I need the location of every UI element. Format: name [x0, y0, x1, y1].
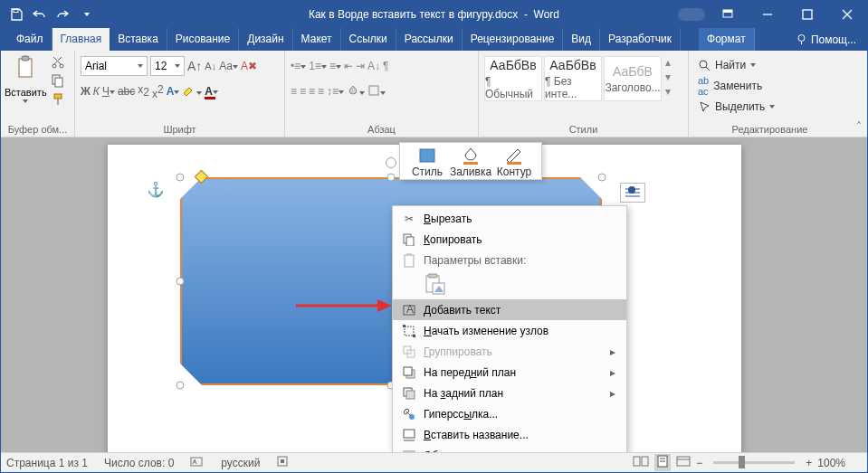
styles-down-icon[interactable]: ▾ [665, 71, 671, 83]
outdent-icon[interactable]: ⇤ [344, 60, 353, 72]
shading-icon[interactable] [347, 84, 365, 99]
align-left-icon[interactable]: ≡ [291, 85, 297, 98]
menu-caption[interactable]: Вставить название... [393, 424, 626, 445]
italic-icon[interactable]: К [93, 85, 100, 98]
text-effects-icon[interactable]: A [167, 85, 180, 98]
format-painter-icon[interactable] [51, 92, 65, 109]
tab-format[interactable]: Формат [699, 28, 755, 51]
tab-mailings[interactable]: Рассылки [396, 28, 463, 51]
tab-insert[interactable]: Вставка [110, 28, 167, 51]
superscript-icon[interactable]: x2 [152, 83, 164, 100]
account-pill[interactable] [668, 1, 708, 28]
status-macro-icon[interactable] [276, 455, 289, 470]
underline-icon[interactable]: Ч [102, 85, 115, 98]
close-icon[interactable] [827, 1, 867, 28]
resize-handle-sw[interactable] [176, 382, 185, 390]
status-language[interactable]: русский [221, 457, 260, 469]
edit-points-icon [398, 325, 420, 337]
highlight-icon[interactable] [182, 84, 202, 99]
subscript-icon[interactable]: x2 [138, 83, 149, 99]
view-print-icon[interactable] [654, 454, 671, 471]
bullets-icon[interactable]: •≡ [291, 60, 306, 72]
menu-cut[interactable]: ✂ВВырезатьырезать [393, 208, 626, 229]
style-nospacing[interactable]: АаБбВв¶ Без инте... [544, 56, 602, 101]
style-heading1[interactable]: АаБбВЗаголово... [604, 56, 662, 101]
menu-edit-points[interactable]: Начать изменение узлов [393, 320, 626, 341]
styles-more-icon[interactable]: ▾ [665, 85, 671, 98]
status-spellcheck-icon[interactable] [190, 455, 205, 470]
save-icon[interactable] [5, 3, 28, 26]
paste-button[interactable] [9, 52, 42, 85]
tab-layout[interactable]: Макет [293, 28, 341, 51]
tell-me[interactable]: Помощ... [785, 28, 867, 51]
indent-icon[interactable]: ⇥ [356, 60, 365, 72]
resize-handle-ne[interactable] [598, 174, 606, 182]
strike-icon[interactable]: abc [118, 85, 135, 98]
status-page[interactable]: Страница 1 из 1 [6, 457, 88, 469]
font-size-combo[interactable]: 12 [150, 56, 185, 76]
font-color-icon[interactable]: A [205, 85, 218, 98]
style-normal[interactable]: АаБбВв¶ Обычный [484, 56, 542, 101]
svg-rect-52 [634, 457, 640, 466]
menu-send-back[interactable]: На задний план▸ [393, 383, 626, 403]
resize-handle-n[interactable] [387, 174, 396, 182]
font-name-combo[interactable]: Arial [81, 56, 148, 76]
qat-customize-icon[interactable] [75, 3, 99, 26]
replace-button[interactable]: abacЗаменить [698, 77, 775, 95]
layout-options-button[interactable] [620, 183, 645, 203]
tab-file[interactable]: Файл [8, 28, 52, 51]
collapse-ribbon-icon[interactable]: ˄ [851, 51, 867, 137]
zoom-in-icon[interactable]: + [806, 457, 812, 469]
minimize-icon[interactable] [748, 1, 787, 28]
copy-icon[interactable] [51, 73, 65, 90]
mini-style-button[interactable]: Стиль [405, 146, 449, 178]
view-web-icon[interactable] [676, 455, 691, 470]
tab-design[interactable]: Дизайн [239, 28, 292, 51]
tab-draw[interactable]: Рисование [167, 28, 239, 51]
menu-add-text[interactable]: AДобавить текст [393, 299, 626, 320]
rotate-handle[interactable] [386, 157, 396, 168]
shrink-font-icon[interactable]: A↓ [205, 61, 216, 71]
tab-review[interactable]: Рецензирование [463, 28, 564, 51]
clear-format-icon[interactable]: A✖ [241, 60, 257, 72]
zoom-slider[interactable] [713, 461, 795, 464]
menu-hyperlink[interactable]: Гиперссылка... [393, 403, 626, 424]
justify-icon[interactable]: ≡ [318, 85, 324, 98]
view-read-icon[interactable] [633, 455, 649, 470]
tab-home[interactable]: Главная [52, 28, 110, 51]
change-case-icon[interactable]: Aa [219, 60, 238, 72]
align-right-icon[interactable]: ≡ [309, 85, 315, 98]
tab-view[interactable]: Вид [563, 28, 600, 51]
zoom-out-icon[interactable]: − [696, 457, 702, 469]
group-icon [398, 345, 420, 358]
borders-icon[interactable] [367, 84, 386, 99]
cut-icon[interactable] [51, 54, 65, 71]
numbering-icon[interactable]: 1≡ [309, 60, 327, 72]
ribbon-display-icon[interactable] [708, 1, 748, 28]
zoom-level[interactable]: 100% [817, 457, 845, 469]
styles-up-icon[interactable]: ▴ [665, 56, 671, 69]
tab-references[interactable]: Ссылки [341, 28, 396, 51]
align-center-icon[interactable]: ≡ [300, 85, 306, 98]
mini-outline-button[interactable]: Контур [492, 146, 536, 178]
multilevel-icon[interactable]: ≡ [329, 60, 341, 72]
tab-developer[interactable]: Разработчик [600, 28, 681, 51]
select-button[interactable]: Выделить [698, 98, 775, 116]
sort-icon[interactable]: A↓ [367, 60, 380, 72]
menu-bring-front[interactable]: На передний план▸ [393, 362, 626, 383]
status-words[interactable]: Число слов: 0 [104, 457, 174, 469]
redo-icon[interactable] [52, 3, 75, 26]
menu-paste-picture[interactable] [393, 270, 626, 299]
line-spacing-icon[interactable]: ↕≡ [327, 85, 344, 98]
zoom-thumb[interactable] [739, 456, 745, 468]
grow-font-icon[interactable]: A↑ [187, 59, 202, 73]
mini-fill-button[interactable]: Заливка [449, 146, 492, 178]
resize-handle-nw[interactable] [176, 174, 185, 182]
showmarks-icon[interactable]: ¶ [383, 60, 388, 72]
menu-copy[interactable]: Копировать [393, 229, 626, 250]
undo-icon[interactable] [28, 3, 52, 26]
maximize-icon[interactable] [787, 1, 827, 28]
bold-icon[interactable]: Ж [81, 85, 91, 98]
find-button[interactable]: Найти [698, 56, 775, 74]
resize-handle-w[interactable] [176, 278, 185, 286]
